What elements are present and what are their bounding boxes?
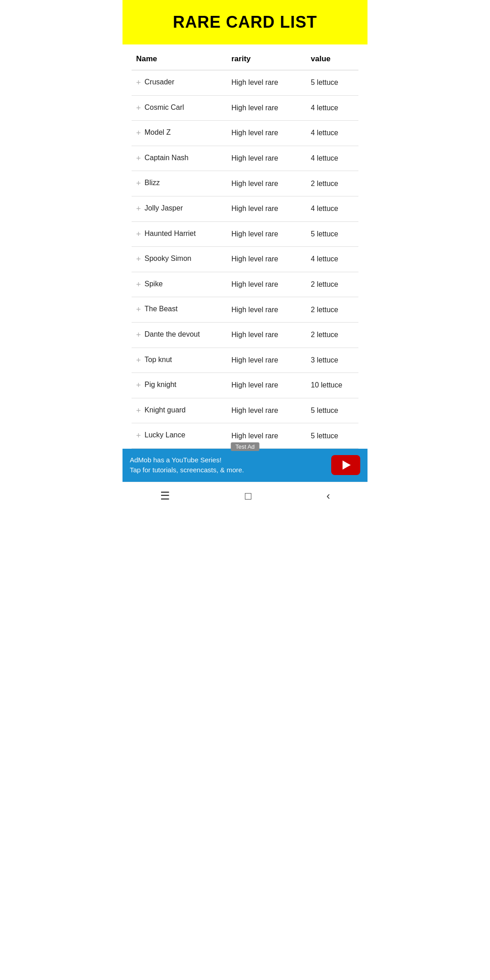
cell-rarity: High level rare <box>227 322 306 348</box>
ad-line2: Tap for tutorials, screencasts, & more. <box>130 465 326 475</box>
cell-value: 2 lettuce <box>306 322 358 348</box>
menu-icon[interactable]: ☰ <box>160 490 170 502</box>
cell-rarity: High level rare <box>227 146 306 171</box>
card-name: Captain Nash <box>145 153 189 163</box>
cell-value: 4 lettuce <box>306 121 358 146</box>
plus-icon: + <box>136 381 141 391</box>
table-row[interactable]: + Dante the devout High level rare2 lett… <box>132 322 358 348</box>
cell-value: 5 lettuce <box>306 398 358 423</box>
plus-icon: + <box>136 255 141 265</box>
cell-name: + Dante the devout <box>132 322 227 348</box>
card-name: Lucky Lance <box>145 431 186 440</box>
cell-name: + Blizz <box>132 171 227 196</box>
ad-text: AdMob has a YouTube Series! Tap for tuto… <box>130 455 326 475</box>
cell-name: + The Beast <box>132 297 227 323</box>
cell-value: 2 lettuce <box>306 272 358 297</box>
plus-icon: + <box>136 179 141 189</box>
cell-rarity: High level rare <box>227 171 306 196</box>
plus-icon: + <box>136 154 141 164</box>
cell-value: 5 lettuce <box>306 221 358 247</box>
cell-value: 5 lettuce <box>306 423 358 449</box>
plus-icon: + <box>136 128 141 138</box>
card-name: Cosmic Carl <box>145 103 184 113</box>
card-name: Pig knight <box>145 380 176 390</box>
nav-bar: ☰ □ ‹ <box>122 482 368 510</box>
cell-value: 4 lettuce <box>306 247 358 272</box>
plus-icon: + <box>136 78 141 88</box>
card-name: Spike <box>145 279 163 289</box>
cell-rarity: High level rare <box>227 247 306 272</box>
cell-rarity: High level rare <box>227 348 306 373</box>
plus-icon: + <box>136 204 141 214</box>
cell-name: + Captain Nash <box>132 146 227 171</box>
back-icon[interactable]: ‹ <box>326 490 330 502</box>
cell-name: + Spike <box>132 272 227 297</box>
card-name: Dante the devout <box>145 330 200 339</box>
table-row[interactable]: + Knight guard High level rare5 lettuce <box>132 398 358 423</box>
plus-icon: + <box>136 305 141 315</box>
cell-value: 4 lettuce <box>306 196 358 221</box>
table-row[interactable]: + Captain Nash High level rare4 lettuce <box>132 146 358 171</box>
col-value: value <box>306 48 358 70</box>
card-name: Haunted Harriet <box>145 229 196 239</box>
cell-name: + Lucky Lance <box>132 423 227 449</box>
table-row[interactable]: + Spike High level rare2 lettuce <box>132 272 358 297</box>
cell-name: + Knight guard <box>132 398 227 423</box>
cell-rarity: High level rare <box>227 95 306 121</box>
col-name: Name <box>132 48 227 70</box>
cell-name: + Top knut <box>132 348 227 373</box>
cell-value: 4 lettuce <box>306 95 358 121</box>
card-name: The Beast <box>145 304 178 314</box>
cell-name: + Cosmic Carl <box>132 95 227 121</box>
table-row[interactable]: + Pig knight High level rare10 lettuce <box>132 373 358 398</box>
card-name: Knight guard <box>145 406 186 415</box>
card-name: Blizz <box>145 178 160 188</box>
cell-name: + Spooky Simon <box>132 247 227 272</box>
cell-name: + Jolly Jasper <box>132 196 227 221</box>
card-name: Jolly Jasper <box>145 204 183 213</box>
table-row[interactable]: + Cosmic Carl High level rare4 lettuce <box>132 95 358 121</box>
cell-rarity: High level rare <box>227 121 306 146</box>
play-triangle-icon <box>343 461 351 470</box>
table-header-row: Name rarity value <box>132 48 358 70</box>
home-square-icon[interactable]: □ <box>245 490 252 502</box>
plus-icon: + <box>136 356 141 366</box>
card-table: Name rarity value + Crusader High level … <box>132 48 358 449</box>
cell-name: + Model Z <box>132 121 227 146</box>
col-rarity: rarity <box>227 48 306 70</box>
ad-label: Test Ad <box>231 442 260 451</box>
cell-rarity: High level rare <box>227 272 306 297</box>
cell-rarity: High level rare <box>227 398 306 423</box>
page-title: RARE CARD LIST <box>132 13 358 32</box>
plus-icon: + <box>136 103 141 113</box>
cell-rarity: High level rare <box>227 70 306 96</box>
ad-banner[interactable]: Test Ad AdMob has a YouTube Series! Tap … <box>122 449 368 482</box>
table-row[interactable]: + Spooky Simon High level rare4 lettuce <box>132 247 358 272</box>
cell-name: + Pig knight <box>132 373 227 398</box>
cell-name: + Crusader <box>132 70 227 96</box>
cell-name: + Haunted Harriet <box>132 221 227 247</box>
plus-icon: + <box>136 280 141 290</box>
table-row[interactable]: + Jolly Jasper High level rare4 lettuce <box>132 196 358 221</box>
plus-icon: + <box>136 406 141 416</box>
cell-value: 5 lettuce <box>306 70 358 96</box>
cell-rarity: High level rare <box>227 373 306 398</box>
table-row[interactable]: + Blizz High level rare2 lettuce <box>132 171 358 196</box>
ad-line1: AdMob has a YouTube Series! <box>130 455 326 466</box>
table-row[interactable]: + Crusader High level rare5 lettuce <box>132 70 358 96</box>
card-name: Top knut <box>145 355 172 365</box>
table-row[interactable]: + The Beast High level rare2 lettuce <box>132 297 358 323</box>
table-row[interactable]: + Top knut High level rare3 lettuce <box>132 348 358 373</box>
cell-rarity: High level rare <box>227 196 306 221</box>
header: RARE CARD LIST <box>122 0 368 44</box>
ad-play-button[interactable] <box>331 455 360 475</box>
plus-icon: + <box>136 330 141 340</box>
plus-icon: + <box>136 431 141 441</box>
cell-rarity: High level rare <box>227 221 306 247</box>
table-row[interactable]: + Model Z High level rare4 lettuce <box>132 121 358 146</box>
table-container: Name rarity value + Crusader High level … <box>122 48 368 449</box>
card-name: Model Z <box>145 128 171 137</box>
table-row[interactable]: + Haunted Harriet High level rare5 lettu… <box>132 221 358 247</box>
cell-value: 2 lettuce <box>306 171 358 196</box>
cell-value: 4 lettuce <box>306 146 358 171</box>
